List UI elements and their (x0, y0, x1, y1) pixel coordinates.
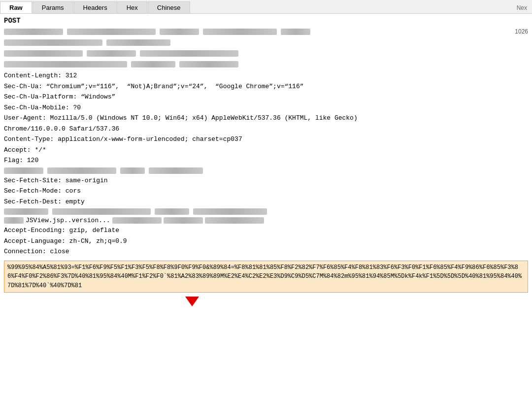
blurred-url-lines (4, 208, 528, 215)
jsview-line: JSView.jsp..version... (4, 217, 528, 224)
header-sec-ch-ua-platform: Sec-Ch-Ua-Platform: “Windows” (4, 92, 528, 102)
highlighted-payload: %99%95%84%A5%81%93=%F1%F6%F9%F5%F1%F3%F5… (4, 261, 528, 293)
tab-params[interactable]: Params (33, 1, 73, 13)
header-content-length: Content-Length: 312 (4, 71, 528, 81)
header-sec-fetch-site: Sec-Fetch-Site: same-origin (4, 176, 528, 186)
blurred-middle-area (4, 167, 528, 174)
header-sec-ch-ua-mobile: Sec-Ch-Ua-Mobile: ?0 (4, 103, 528, 113)
header-content-type: Content-Type: application/x-www-form-url… (4, 134, 528, 144)
partial-visible-text: JSView.jsp..version... (26, 217, 110, 224)
header-flag: Flag: 120 (4, 156, 528, 166)
header-connection: Connection: close (4, 247, 528, 257)
arrow-container (4, 293, 528, 312)
tab-hex[interactable]: Hex (117, 1, 147, 13)
content-area: POST 1026 Content-Length: 312 Sec-Ch-Ua:… (0, 14, 532, 400)
header-accept: Accept: */* (4, 145, 528, 155)
blurred-url-area: 1026 (4, 27, 528, 69)
header-sec-fetch-dest: Sec-Fetch-Dest: empty (4, 197, 528, 207)
tab-chinese[interactable]: Chinese (148, 1, 190, 13)
header-user-agent: User-Agent: Mozilla/5.0 (Windows NT 10.0… (4, 113, 528, 123)
tab-bar: Raw Params Headers Hex Chinese Nex (0, 0, 532, 14)
tab-headers[interactable]: Headers (74, 1, 117, 13)
header-sec-ch-ua: Sec-Ch-Ua: “Chromium”;v=“116”, “Not)A;Br… (4, 82, 528, 92)
header-accept-encoding: Accept-Encoding: gzip, deflate (4, 226, 528, 235)
header-sec-fetch-mode: Sec-Fetch-Mode: cors (4, 186, 528, 196)
method-line: POST (4, 17, 528, 25)
tab-raw[interactable]: Raw (0, 1, 32, 13)
header-accept-language: Accept-Language: zh-CN, zh;q=0.9 (4, 236, 528, 246)
tab-extra-nex: Nex (512, 2, 532, 13)
header-chrome-version: Chrome/116.0.0.0 Safari/537.36 (4, 124, 528, 134)
